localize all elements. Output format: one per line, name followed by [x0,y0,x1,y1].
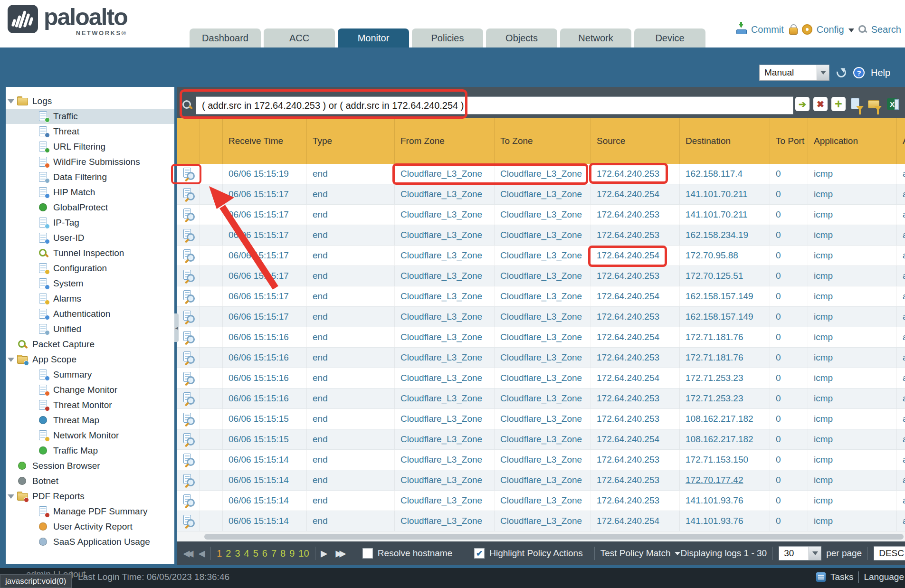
sidebar-item-change-monitor[interactable]: Change Monitor [6,382,174,398]
per-page-select[interactable]: 30 [779,546,821,560]
log-detail-magnifier-icon[interactable] [183,168,194,180]
highlight-policy-actions-checkbox[interactable]: ✔ [474,548,485,559]
add-filter-button[interactable]: + [831,97,846,111]
tab-policies[interactable]: Policies [412,28,483,47]
log-detail-magnifier-icon[interactable] [183,229,194,241]
column-header-to-zone[interactable]: To Zone [494,118,591,164]
commit-button[interactable]: Commit [751,24,784,35]
page-number-4[interactable]: 4 [244,548,249,559]
tab-objects[interactable]: Objects [486,28,557,47]
horizontal-scrollbar-thumb[interactable] [204,534,904,540]
log-detail-magnifier-icon[interactable] [183,515,194,527]
refresh-interval-select[interactable]: Manual [759,65,829,81]
log-detail-magnifier-icon[interactable] [183,413,194,425]
sidebar-item-logs[interactable]: Logs [6,94,174,109]
apply-filter-button[interactable]: ➔ [795,97,810,111]
sidebar-item-hip-match[interactable]: HIP Match [6,185,174,200]
search-button[interactable]: Search [871,24,901,35]
sidebar-item-ip-tag[interactable]: IP-Tag [6,215,174,230]
clear-filter-button[interactable]: ✖ [813,97,828,111]
column-header-action[interactable]: Action [896,118,905,164]
column-header-receive-time[interactable]: Receive Time [222,118,306,164]
column-header-from-zone[interactable]: From Zone [394,118,494,164]
sidebar-item-system[interactable]: System [6,276,174,291]
tab-network[interactable]: Network [560,28,631,47]
sidebar-item-manage-pdf-summary[interactable]: Manage PDF Summary [6,504,174,519]
language-button[interactable]: Language [864,572,904,582]
tab-dashboard[interactable]: Dashboard [190,28,261,47]
sidebar-item-globalprotect[interactable]: GlobalProtect [6,200,174,215]
sidebar-item-tunnel-inspection[interactable]: Tunnel Inspection [6,246,174,261]
resolve-hostname-checkbox[interactable] [362,548,373,559]
sidebar-item-threat-map[interactable]: Threat Map [6,413,174,428]
sidebar-item-botnet[interactable]: Botnet [6,474,174,489]
log-detail-magnifier-icon[interactable] [183,249,194,262]
log-detail-magnifier-icon[interactable] [183,372,194,384]
last-page-button[interactable]: ▶▶ [336,549,343,559]
log-detail-magnifier-icon[interactable] [183,474,194,486]
sidebar-item-user-activity-report[interactable]: User Activity Report [6,519,174,534]
sidebar-item-authentication[interactable]: Authentication [6,306,174,322]
sidebar-item-saas-application-usage[interactable]: SaaS Application Usage [6,534,174,550]
page-number-8[interactable]: 8 [280,548,286,559]
sidebar-item-url-filtering[interactable]: URL Filtering [6,139,174,154]
page-number-1[interactable]: 1 [217,548,222,559]
column-header-destination[interactable]: Destination [679,118,770,164]
horizontal-scrollbar[interactable] [177,531,905,541]
column-header-type[interactable]: Type [306,118,394,164]
log-detail-magnifier-icon[interactable] [183,270,194,282]
test-policy-match-button[interactable]: Test Policy Match [600,548,671,559]
sidebar-item-network-monitor[interactable]: Network Monitor [6,428,174,443]
config-button[interactable]: Config [817,24,844,35]
per-page-value[interactable]: 30 [779,546,809,560]
sidebar-item-app-scope[interactable]: App Scope [6,352,174,367]
expander-icon[interactable] [8,99,14,104]
export-csv-button[interactable]: X [886,97,900,111]
expander-icon[interactable] [8,358,14,362]
refresh-interval-value[interactable]: Manual [759,65,817,81]
sidebar-item-alarms[interactable]: Alarms [6,291,174,306]
load-filter-button[interactable] [867,97,882,111]
page-number-6[interactable]: 6 [262,548,267,559]
column-header-application[interactable]: Application [808,118,896,164]
sidebar-item-traffic-map[interactable]: Traffic Map [6,443,174,458]
tasks-button[interactable]: Tasks [830,572,854,582]
sidebar-collapse-handle[interactable]: ◂ [174,313,179,342]
config-caret-icon[interactable] [848,28,854,32]
page-number-5[interactable]: 5 [253,548,258,559]
help-icon[interactable]: ? [853,67,865,78]
tab-monitor[interactable]: Monitor [338,28,409,47]
log-detail-magnifier-icon[interactable] [183,392,194,405]
log-detail-magnifier-icon[interactable] [183,188,194,200]
tab-acc[interactable]: ACC [264,28,335,47]
sidebar-item-configuration[interactable]: Configuration [6,261,174,276]
tab-device[interactable]: Device [634,28,705,47]
expander-icon[interactable] [8,494,14,499]
page-number-7[interactable]: 7 [271,548,276,559]
sidebar-item-pdf-reports[interactable]: PDF Reports [6,489,174,504]
page-number-10[interactable]: 10 [298,548,309,559]
sidebar-item-summary[interactable]: Summary [6,367,174,382]
sort-order-value[interactable]: DESC [874,546,905,560]
filter-input[interactable] [196,96,793,114]
sort-order-select[interactable]: DESC [874,546,905,560]
log-detail-magnifier-icon[interactable] [183,351,194,364]
page-number-3[interactable]: 3 [235,548,240,559]
refresh-icon[interactable] [836,67,847,78]
filter-builder-button[interactable] [849,97,864,111]
log-detail-magnifier-icon[interactable] [183,311,194,323]
log-detail-magnifier-icon[interactable] [183,331,194,343]
column-header-source[interactable]: Source [591,118,679,164]
sidebar-item-wildfire-submissions[interactable]: WildFire Submissions [6,154,174,170]
sidebar-item-packet-capture[interactable]: Packet Capture [6,337,174,352]
log-detail-magnifier-icon[interactable] [183,494,194,507]
log-detail-magnifier-icon[interactable] [183,209,194,221]
sidebar-item-session-browser[interactable]: Session Browser [6,458,174,474]
page-number-2[interactable]: 2 [226,548,231,559]
log-detail-magnifier-icon[interactable] [183,433,194,446]
sidebar-item-user-id[interactable]: User-ID [6,230,174,246]
page-number-9[interactable]: 9 [289,548,295,559]
help-button[interactable]: Help [871,67,890,78]
test-policy-match-caret-icon[interactable] [675,552,680,555]
refresh-interval-caret-icon[interactable] [817,65,829,81]
